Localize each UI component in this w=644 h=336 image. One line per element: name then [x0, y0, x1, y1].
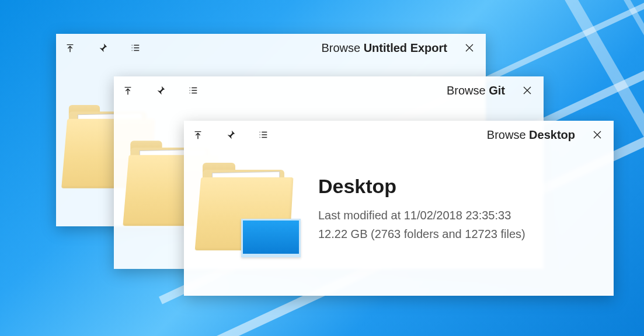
browse-window-desktop: Browse Desktop Desktop Last modified at …: [184, 121, 614, 296]
up-icon[interactable]: [192, 129, 204, 141]
title-bold: Git: [489, 84, 505, 97]
up-icon[interactable]: [122, 85, 134, 96]
close-button[interactable]: [458, 36, 481, 60]
browse-label: Browse: [321, 41, 360, 54]
pin-icon[interactable]: [225, 129, 236, 141]
titlebar: Browse Untitled Export: [56, 34, 486, 62]
title-bold: Untitled Export: [364, 41, 447, 54]
close-icon: [464, 42, 475, 54]
titlebar: Browse Desktop: [184, 121, 614, 149]
close-icon: [591, 129, 603, 141]
pin-icon[interactable]: [155, 85, 166, 96]
list-icon[interactable]: [130, 42, 141, 54]
close-button[interactable]: [516, 79, 539, 102]
pin-icon[interactable]: [97, 42, 109, 54]
folder-desktop-icon: [198, 159, 297, 258]
desktop-monitor-icon: [241, 219, 301, 257]
browse-label: Browse: [447, 84, 486, 97]
title-bold: Desktop: [529, 128, 575, 141]
last-modified-text: Last modified at 11/02/2018 23:35:33: [318, 206, 525, 225]
close-button[interactable]: [586, 123, 609, 146]
folder-heading: Desktop: [318, 175, 525, 198]
window-content: Desktop Last modified at 11/02/2018 23:3…: [184, 149, 614, 275]
list-icon[interactable]: [257, 129, 269, 141]
folder-info: Desktop Last modified at 11/02/2018 23:3…: [318, 175, 525, 243]
titlebar: Browse Git: [114, 76, 544, 104]
window-title: Browse Git: [199, 84, 516, 97]
up-icon[interactable]: [64, 42, 76, 54]
window-title: Browse Untitled Export: [141, 41, 458, 55]
browse-label: Browse: [487, 128, 526, 141]
list-icon[interactable]: [187, 85, 199, 96]
window-title: Browse Desktop: [269, 128, 586, 142]
close-icon: [521, 85, 533, 96]
stats-text: 12.22 GB (2763 folders and 12723 files): [318, 225, 525, 243]
